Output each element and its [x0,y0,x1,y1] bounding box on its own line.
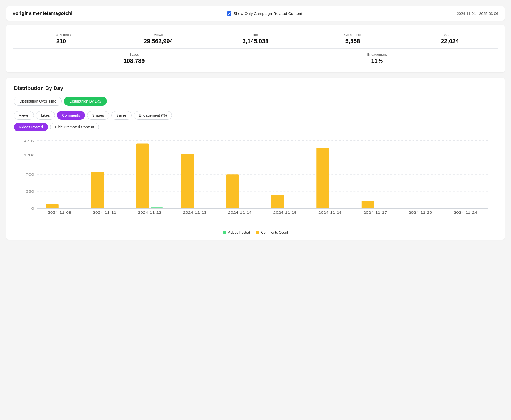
svg-rect-16 [136,144,149,209]
stat-cell: Engagement11% [256,49,498,68]
legend-label: Videos Posted [228,230,250,234]
metric-button[interactable]: Saves [111,111,132,120]
filter-button[interactable]: Videos Posted [14,123,48,131]
tab-button[interactable]: Distribution Over Time [14,97,62,106]
svg-text:350: 350 [26,190,34,193]
svg-text:1.4K: 1.4K [24,139,34,142]
svg-text:2024-11-14: 2024-11-14 [228,211,252,214]
metric-button[interactable]: Engagement (%) [134,111,172,120]
svg-text:2024-11-08: 2024-11-08 [48,211,71,214]
svg-text:2024-11-16: 2024-11-16 [318,211,342,214]
metric-button[interactable]: Likes [36,111,55,120]
svg-rect-31 [362,201,374,208]
legend-color [256,231,259,234]
filter-button[interactable]: Hide Promoted Content [50,123,99,131]
svg-text:2024-11-17: 2024-11-17 [363,211,387,214]
svg-text:2024-11-24: 2024-11-24 [454,211,477,214]
svg-text:2024-11-15: 2024-11-15 [273,211,296,214]
filter-group: Videos PostedHide Promoted Content [14,123,497,131]
campaign-checkbox[interactable] [227,11,231,16]
stats-grid: Total Videos210Views29,562,994Likes3,145… [6,25,505,72]
stat-cell: Likes3,145,038 [207,29,304,48]
svg-text:1.1K: 1.1K [24,153,34,157]
svg-text:2024-11-11: 2024-11-11 [93,211,116,214]
metric-button[interactable]: Shares [87,111,109,120]
metric-button[interactable]: Views [14,111,34,120]
chart-legend: Videos PostedComments Count [14,230,497,234]
svg-text:700: 700 [26,173,34,176]
hashtag-label: #originalmentetamagotchi [13,11,72,16]
campaign-toggle[interactable]: Show Only Campaign-Related Content [227,11,302,16]
svg-rect-19 [181,154,194,209]
metric-button[interactable]: Comments [57,111,85,120]
chart-card: Distribution By Day Distribution Over Ti… [6,78,505,240]
tab-group: Distribution Over TimeDistribution By Da… [14,97,497,106]
legend-item: Videos Posted [223,230,250,234]
chart-area: 03507001.1K1.4K2024-11-082024-11-112024-… [14,138,497,228]
stat-cell: Saves108,789 [13,49,256,68]
svg-text:2024-11-20: 2024-11-20 [409,211,432,214]
svg-text:2024-11-13: 2024-11-13 [183,211,206,214]
date-range: 2024-11-01 - 2025-03-06 [457,11,498,16]
stat-cell: Shares22,024 [401,29,498,48]
top-bar: #originalmentetamagotchi Show Only Campa… [6,6,505,21]
campaign-label: Show Only Campaign-Related Content [233,11,302,16]
svg-rect-25 [271,195,284,209]
svg-rect-13 [91,172,104,208]
metric-group: ViewsLikesCommentsSharesSavesEngagement … [14,111,497,120]
legend-item: Comments Count [256,230,288,234]
legend-color [223,231,226,234]
stat-cell: Comments5,558 [304,29,401,48]
stat-cell: Views29,562,994 [110,29,207,48]
chart-title: Distribution By Day [14,85,497,91]
stats-row-2: Saves108,789Engagement11% [13,49,498,68]
svg-text:2024-11-12: 2024-11-12 [138,211,161,214]
stats-row-1: Total Videos210Views29,562,994Likes3,145… [13,29,498,49]
svg-text:0: 0 [31,207,34,210]
svg-rect-22 [226,174,239,209]
svg-rect-10 [46,204,58,208]
tab-button[interactable]: Distribution By Day [64,97,107,106]
legend-label: Comments Count [261,230,288,234]
stat-cell: Total Videos210 [13,29,110,48]
svg-rect-28 [316,148,329,209]
